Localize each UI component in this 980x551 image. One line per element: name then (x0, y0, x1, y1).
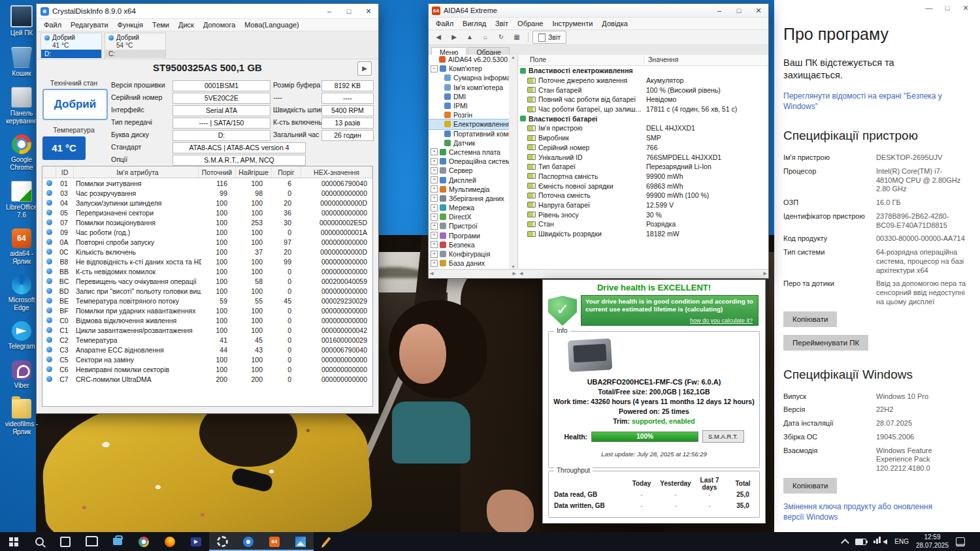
smart-table-row[interactable]: BBК-сть невідомих помилок100100000000000… (42, 266, 372, 276)
cdi-menu-item[interactable]: Файл (39, 21, 66, 29)
aida-menu-item[interactable]: Вигляд (458, 20, 491, 27)
refresh-icon[interactable]: ↻ (494, 31, 508, 44)
clock[interactable]: 12:59 28.07.2025 (916, 533, 949, 550)
taskbar-task-view-icon[interactable] (52, 532, 78, 551)
aida-field-row[interactable]: Ім'я пристроюDELL 4HJXXD1 (518, 123, 768, 133)
cdi-drive-tab[interactable]: Добрий54 °CC: (105, 33, 166, 59)
smart-column-header[interactable]: ID (56, 166, 74, 178)
aida-tree-item[interactable]: +Мультимедіа (429, 185, 509, 194)
tray-overflow-icon[interactable] (841, 539, 849, 547)
cdi-maximize-button[interactable]: □ (339, 7, 359, 16)
aida-field-row[interactable]: Напруга батареї12.599 V (518, 200, 768, 210)
report-button[interactable]: Звіт (532, 31, 566, 44)
aida-field-row[interactable]: Паспортна ємність99900 mWh (518, 172, 768, 181)
taskbar-chrome-icon[interactable] (131, 532, 157, 551)
smart-table-row[interactable]: 0CКількість включень100372000000000000D (42, 247, 372, 257)
network-icon[interactable] (874, 541, 875, 543)
smart-table-row[interactable]: C3Апаратне ECC відновлення44430000006790… (42, 345, 372, 354)
aida-tree-item[interactable]: +Пристрої (429, 221, 509, 230)
taskbar-crystaldiskinfo-icon[interactable] (235, 532, 261, 551)
language-indicator[interactable]: ENG (894, 538, 909, 545)
smart-table-row[interactable]: C1Цикли завантаження/розвантаження100100… (42, 325, 372, 335)
settings-maximize-button[interactable]: □ (938, 4, 956, 12)
expand-plus-icon[interactable]: + (431, 185, 438, 193)
smart-table-row[interactable]: 03Час розкручування99980000000000000 (42, 188, 372, 198)
cdi-titlebar[interactable]: CrystalDiskInfo 8.9.0 x64 – □ ✕ (37, 4, 378, 19)
smart-table-row[interactable]: C2Температура41450001600000029 (42, 335, 372, 345)
cdi-menu-item[interactable]: Мова(Language) (240, 21, 304, 29)
rename-pc-button[interactable]: Перейменувати ПК (783, 335, 868, 351)
aida-tree-item[interactable]: +Конфігурація (429, 249, 509, 259)
smart-table-row[interactable]: 05Перепризначені сектори1001003600000000… (42, 208, 372, 217)
aida-tree-item[interactable]: DMI (429, 92, 509, 101)
aida-tree-item[interactable]: Ім'я комп'ютера (429, 83, 509, 92)
aida-tree-item[interactable]: +Безпека (429, 240, 509, 249)
product-key-link[interactable]: Змінення ключа продукту або оновлення ве… (783, 501, 950, 522)
aida-tree-item[interactable]: +Програми (429, 231, 509, 240)
aida-maximize-button[interactable]: □ (729, 7, 749, 15)
aida-field-row[interactable]: Поточна ємність99900 mWh (100 %) (518, 191, 768, 200)
smart-column-header[interactable]: HEX-значення (301, 166, 372, 178)
smart-table-row[interactable]: BCПеревищень часу очікування операції100… (42, 276, 372, 286)
smart-table-row[interactable]: BEТемпература повітряного потоку59554500… (42, 296, 372, 306)
settings-close-button[interactable]: ✕ (956, 4, 975, 12)
expand-minus-icon[interactable]: − (431, 65, 438, 72)
cdi-menu-item[interactable]: Диск (174, 21, 199, 29)
aida-field-row[interactable]: Стан батарей100 % (Високий рівень) (518, 85, 768, 95)
aida-field-row[interactable]: Тип батареїПерезарядний Li-Ion (518, 162, 768, 172)
smart-table-row[interactable]: C0Відмова відключення живлення1001000000… (42, 315, 372, 325)
cdi-menu-item[interactable]: Допомога (199, 21, 240, 29)
smart-table-row[interactable]: BDЗапис при "висоті" польоту головки вищ… (42, 286, 372, 296)
taskbar-mail-icon[interactable] (78, 532, 105, 551)
aida-tree-item[interactable]: +Дисплей (429, 175, 509, 184)
cdi-close-button[interactable]: ✕ (359, 7, 378, 16)
aida-tree-item[interactable]: +Сервер (429, 166, 509, 175)
aida-menu-item[interactable]: Інструменти (547, 20, 597, 27)
expand-plus-icon[interactable]: + (431, 241, 438, 248)
aida-field-row[interactable]: Швидкість розрядки18182 mW (518, 229, 768, 239)
expand-plus-icon[interactable]: + (431, 213, 438, 221)
smart-table-row[interactable]: 01Помилки зчитування1161006000006790040 (42, 178, 372, 188)
expand-plus-icon[interactable]: + (431, 148, 438, 155)
taskbar-firefox-icon[interactable] (157, 532, 183, 551)
smart-column-header[interactable]: Поточний (199, 166, 236, 178)
aida-titlebar[interactable]: 64 AIDA64 Extreme – □ ✕ (429, 4, 768, 18)
aida-tree-item[interactable]: Сумарна інформація (429, 73, 509, 82)
aida-tree-item[interactable]: +База даних (429, 259, 509, 268)
windows-security-link[interactable]: Переглянути відомості на екрані "Безпека… (783, 91, 950, 112)
expand-plus-icon[interactable]: + (431, 260, 438, 267)
taskbar-settings-icon[interactable] (209, 532, 235, 551)
aida-tree-item[interactable]: +Системна плата (429, 148, 509, 157)
expand-plus-icon[interactable]: + (431, 204, 438, 212)
copy-windows-specs-button[interactable]: Копіювати (783, 478, 837, 494)
next-drive-button[interactable]: ▶ (357, 61, 372, 76)
smart-table-row[interactable]: 0AПовторні спроби запуску100100970000000… (42, 237, 372, 247)
smart-column-header[interactable]: Найгірше (236, 166, 272, 178)
aida-tree-item[interactable]: AIDA64 v6.20.5300 (429, 55, 509, 64)
back-icon[interactable]: ◀ (431, 31, 446, 44)
aida-field-row[interactable]: Серійний номер766 (518, 143, 768, 153)
aida-field-row[interactable]: Унікальний ID766SMPDELL 4HJXXD1 (518, 152, 768, 162)
smart-table-row[interactable]: C5Сектори на заміну1001000000000000000 (42, 354, 372, 364)
calculation-link[interactable]: how do you calculate it? (690, 317, 753, 324)
taskbar-paint-icon[interactable] (314, 532, 340, 551)
aida-tree-item[interactable]: +Операційна система (429, 157, 509, 166)
notification-center-icon[interactable] (956, 537, 965, 546)
cdi-menu-item[interactable]: Функція (113, 21, 148, 29)
smart-table-row[interactable]: 04Запуски/зупинки шпинделя10010020000000… (42, 198, 372, 208)
forward-icon[interactable]: ▶ (447, 31, 461, 44)
aida-field-row[interactable]: СтанРозрядка (518, 219, 768, 229)
smart-table-row[interactable]: C7CRC-помилки UltraDMA200200000000000000… (42, 374, 372, 384)
aida-field-row[interactable]: Поточне джерело живленняАкумулятор (518, 76, 768, 86)
copy-device-specs-button[interactable]: Копіювати (783, 311, 837, 327)
expand-plus-icon[interactable]: + (431, 176, 438, 183)
aida-menu-item[interactable]: Звіт (491, 20, 513, 27)
aida-menu-item[interactable]: Файл (431, 20, 458, 27)
aida-tree-item[interactable]: Портативний комп... (429, 129, 509, 138)
aida-tree-item[interactable]: +Зберігання даних (429, 194, 509, 203)
aida-menu-item[interactable]: Довідка (597, 20, 632, 27)
smart-column-header[interactable] (42, 166, 56, 178)
aida-tree-item[interactable]: IPMI (429, 101, 509, 110)
smart-column-header[interactable]: Ім'я атрибута (74, 166, 199, 178)
cdi-minimize-button[interactable]: – (319, 7, 339, 16)
